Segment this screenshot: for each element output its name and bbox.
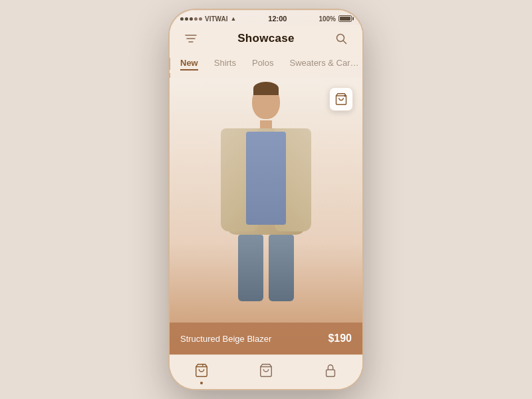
- tab-new[interactable]: New: [172, 53, 206, 70]
- search-icon[interactable]: [332, 29, 350, 48]
- model-torso: [226, 128, 306, 235]
- product-info-bar: Structured Beige Blazer $190: [170, 323, 362, 354]
- model-leg-left: [238, 235, 263, 301]
- add-to-cart-button[interactable]: [329, 87, 353, 111]
- svg-point-3: [337, 35, 344, 42]
- model-legs: [238, 235, 294, 301]
- product-image: [170, 78, 362, 354]
- shop-icon: [194, 363, 209, 381]
- bottom-nav-shop[interactable]: [182, 359, 221, 386]
- product-area: Structured Beige Blazer $190: [170, 78, 362, 354]
- bottom-nav: [170, 354, 362, 389]
- silent-switch: [170, 58, 170, 70]
- status-left: VITWAI ▲: [180, 15, 236, 23]
- clock: 12:00: [268, 15, 287, 23]
- bottom-nav-bag[interactable]: [246, 359, 286, 386]
- model-head: [252, 84, 280, 119]
- battery-label: 100%: [319, 15, 336, 23]
- status-bar: VITWAI ▲ 12:00 100%: [170, 10, 362, 25]
- tab-shirts[interactable]: Shirts: [206, 53, 244, 70]
- signal-icon: [180, 17, 202, 21]
- wifi-icon: ▲: [230, 15, 236, 22]
- model-shirt: [246, 132, 286, 225]
- battery-fill: [340, 17, 350, 21]
- phone-frame: VITWAI ▲ 12:00 100% Showcase: [170, 10, 362, 389]
- svg-line-4: [344, 41, 346, 44]
- bag-icon: [259, 363, 273, 381]
- product-name: Structured Beige Blazer: [180, 334, 271, 344]
- model-figure: [206, 84, 326, 311]
- product-price: $190: [328, 332, 352, 344]
- tab-sweaters[interactable]: Sweaters & Car…: [282, 53, 363, 70]
- page-title: Showcase: [237, 32, 295, 45]
- svg-rect-11: [326, 370, 334, 376]
- filter-icon[interactable]: [182, 29, 200, 48]
- model-leg-right: [269, 235, 294, 301]
- nav-bar: Showcase: [170, 25, 362, 53]
- model-hair: [253, 82, 279, 95]
- status-right: 100%: [319, 15, 352, 23]
- battery-icon: [338, 15, 352, 22]
- bottom-nav-account[interactable]: [311, 359, 350, 386]
- tab-polos[interactable]: Polos: [244, 53, 282, 70]
- lock-icon: [323, 363, 338, 381]
- carrier-label: VITWAI: [205, 15, 227, 23]
- model-neck: [260, 120, 272, 128]
- category-tabs: New Shirts Polos Sweaters & Car…: [170, 53, 362, 78]
